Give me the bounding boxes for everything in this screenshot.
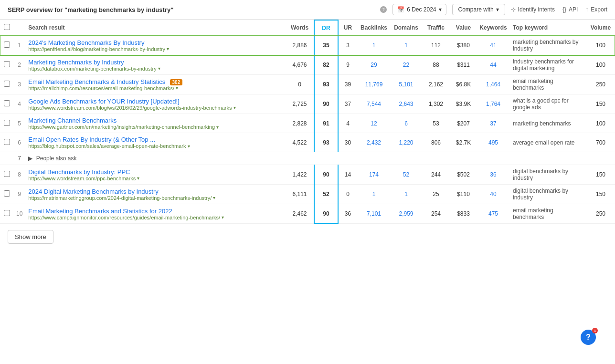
- row-domains: 1: [391, 36, 422, 55]
- date-picker-button[interactable]: 📅 6 Dec 2024 ▾: [392, 4, 446, 15]
- col-volume[interactable]: Volume: [586, 20, 615, 36]
- row-top-keyword: email marketing benchmarks: [510, 204, 586, 224]
- dropdown-arrow-icon[interactable]: ▾: [158, 66, 160, 71]
- col-domains[interactable]: Domains: [391, 20, 422, 36]
- row-checkbox-cell[interactable]: [0, 165, 13, 185]
- export-icon: ↑: [585, 6, 588, 13]
- row-checkbox[interactable]: [4, 42, 10, 48]
- row-words: 4,676: [286, 55, 314, 75]
- row-checkbox-cell[interactable]: [0, 133, 13, 152]
- row-volume: 250: [586, 75, 615, 94]
- row-checkbox[interactable]: [4, 100, 10, 106]
- row-checkbox-cell[interactable]: [0, 36, 13, 55]
- row-checkbox[interactable]: [4, 61, 10, 67]
- table-row: 5 Marketing Channel Benchmarks https://w…: [0, 114, 615, 133]
- row-checkbox[interactable]: [4, 190, 10, 197]
- table-row: 3 Email Marketing Benchmarks & Industry …: [0, 75, 615, 94]
- arrow-icon: ▶: [28, 155, 32, 162]
- dropdown-arrow-icon[interactable]: ▾: [137, 176, 139, 181]
- result-link[interactable]: Email Open Rates By Industry (& Other To…: [28, 136, 155, 143]
- row-checkbox-cell[interactable]: [0, 55, 13, 75]
- row-dr: 91: [314, 114, 338, 133]
- col-keywords[interactable]: Keywords: [477, 20, 510, 36]
- col-dr[interactable]: DR: [314, 20, 338, 36]
- api-button[interactable]: {} API: [562, 6, 578, 13]
- row-backlinks: 7,544: [357, 94, 391, 114]
- row-checkbox[interactable]: [4, 139, 10, 145]
- row-search-result: Google Ads Benchmarks for YOUR Industry …: [25, 94, 286, 114]
- row-domains: 1,220: [391, 133, 422, 152]
- identify-intents-button[interactable]: ⊹ Identify intents: [511, 6, 555, 13]
- row-checkbox[interactable]: [4, 210, 10, 216]
- row-backlinks: 2,432: [357, 133, 391, 152]
- dropdown-arrow-icon[interactable]: ▾: [213, 195, 215, 200]
- row-checkbox[interactable]: [4, 81, 10, 87]
- export-button[interactable]: ↑ Export: [585, 6, 607, 13]
- result-title[interactable]: Digital Benchmarks by Industry: PPC: [28, 168, 283, 176]
- result-url: https://www.wordstream.com/blog/ws/2016/…: [28, 105, 283, 111]
- result-title[interactable]: Google Ads Benchmarks for YOUR Industry …: [28, 98, 283, 105]
- row-checkbox-cell[interactable]: [0, 114, 13, 133]
- dropdown-arrow-icon[interactable]: ▾: [167, 46, 169, 52]
- result-link[interactable]: Google Ads Benchmarks for YOUR Industry …: [28, 98, 179, 105]
- row-domains: 2,643: [391, 94, 422, 114]
- row-dr: 90: [314, 94, 338, 114]
- row-volume: 150: [586, 185, 615, 204]
- row-checkbox-cell[interactable]: [0, 204, 13, 224]
- row-words: 4,522: [286, 133, 314, 152]
- row-num: 1: [13, 36, 25, 55]
- row-num: 9: [13, 185, 25, 204]
- help-fab[interactable]: 1 ?: [581, 330, 596, 345]
- url-text: https://matrixmarketinggroup.com/2024-di…: [28, 195, 212, 201]
- result-url: https://www.gartner.com/en/marketing/ins…: [28, 124, 283, 130]
- select-all-checkbox-header[interactable]: [0, 20, 13, 36]
- show-more-button[interactable]: Show more: [8, 230, 53, 244]
- compare-with-button[interactable]: Compare with ▾: [452, 4, 505, 15]
- result-link[interactable]: 2024's Marketing Benchmarks By Industry: [28, 39, 144, 46]
- info-icon[interactable]: ?: [380, 6, 387, 13]
- row-keywords: 44: [477, 55, 510, 75]
- result-link[interactable]: Email Marketing Benchmarks and Statistic…: [28, 208, 172, 215]
- row-checkbox-cell[interactable]: [0, 185, 13, 204]
- result-link[interactable]: 2024 Digital Marketing Benchmarks by Ind…: [28, 188, 158, 195]
- col-top-keyword[interactable]: Top keyword: [510, 20, 586, 36]
- row-keywords: 37: [477, 114, 510, 133]
- result-title[interactable]: 2024 Digital Marketing Benchmarks by Ind…: [28, 188, 283, 195]
- row-value: $311: [450, 55, 477, 75]
- result-title[interactable]: Marketing Channel Benchmarks: [28, 117, 283, 124]
- result-title[interactable]: Email Marketing Benchmarks and Statistic…: [28, 208, 283, 215]
- row-num: 5: [13, 114, 25, 133]
- row-value: $2.7K: [450, 133, 477, 152]
- result-title[interactable]: 2024's Marketing Benchmarks By Industry: [28, 39, 283, 46]
- row-checkbox-cell: [0, 152, 13, 165]
- result-link[interactable]: Digital Benchmarks by Industry: PPC: [28, 168, 130, 176]
- result-url: https://www.campaignmonitor.com/resource…: [28, 215, 283, 220]
- row-checkbox-cell[interactable]: [0, 94, 13, 114]
- row-checkbox[interactable]: [4, 171, 10, 177]
- row-checkbox-cell[interactable]: [0, 75, 13, 94]
- people-ask-text: People also ask: [36, 155, 77, 162]
- col-value[interactable]: Value: [450, 20, 477, 36]
- result-link[interactable]: Email Marketing Benchmarks & Industry St…: [28, 78, 165, 85]
- dropdown-arrow-icon[interactable]: ▾: [176, 85, 178, 91]
- dropdown-arrow-icon[interactable]: ▾: [216, 125, 219, 130]
- result-title[interactable]: Email Marketing Benchmarks & Industry St…: [28, 78, 283, 85]
- row-search-result: Marketing Channel Benchmarks https://www…: [25, 114, 286, 133]
- result-title[interactable]: Marketing Benchmarks by Industry: [28, 59, 283, 66]
- col-ur[interactable]: UR: [338, 20, 357, 36]
- dropdown-arrow-icon[interactable]: ▾: [188, 144, 190, 149]
- result-title[interactable]: Email Open Rates By Industry (& Other To…: [28, 136, 283, 143]
- dropdown-arrow-icon[interactable]: ▾: [233, 105, 236, 110]
- row-dr: 93: [314, 133, 338, 152]
- result-link[interactable]: Marketing Channel Benchmarks: [28, 117, 117, 124]
- col-words[interactable]: Words: [286, 20, 314, 36]
- result-link[interactable]: Marketing Benchmarks by Industry: [28, 59, 124, 66]
- row-num: 4: [13, 94, 25, 114]
- row-domains: 2,959: [391, 204, 422, 224]
- col-traffic[interactable]: Traffic: [422, 20, 450, 36]
- row-dr: 35: [314, 36, 338, 55]
- row-checkbox[interactable]: [4, 120, 10, 126]
- dropdown-arrow-icon[interactable]: ▾: [222, 215, 224, 220]
- select-all-checkbox[interactable]: [4, 24, 10, 30]
- col-backlinks[interactable]: Backlinks: [357, 20, 391, 36]
